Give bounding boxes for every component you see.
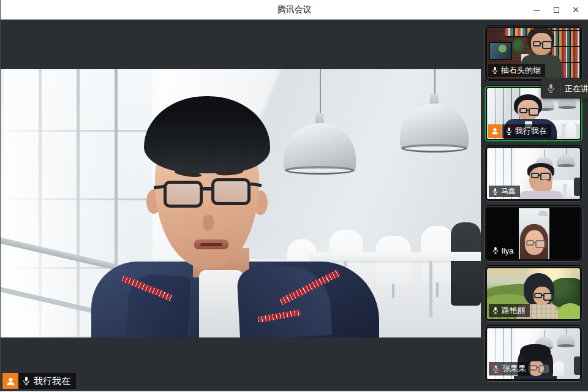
window-title: 腾讯会议 (277, 4, 312, 15)
participant-video: 张果果 (487, 328, 580, 379)
meeting-table (311, 252, 481, 261)
main-speaker-name-tag: 我行我在 (18, 373, 76, 389)
main-speaker-name: 我行我在 (34, 375, 70, 387)
speaking-indicator: 正在讲 (541, 78, 588, 99)
glasses (534, 293, 542, 298)
glasses (533, 41, 541, 47)
mic-on-icon (491, 66, 499, 75)
maximize-icon (554, 7, 559, 13)
close-icon: × (572, 3, 579, 17)
speaker-shirt-collar (199, 270, 243, 337)
participant-name: 张果果 (502, 363, 526, 374)
participant-name-tag: liya (489, 244, 518, 257)
mic-on-icon (492, 246, 499, 255)
participant-tile[interactable]: 马鑫 (484, 146, 582, 202)
person-icon (491, 127, 499, 135)
glasses (526, 240, 534, 246)
participant-name-tag: 张果果 (489, 362, 530, 375)
office-chair-dark (451, 222, 481, 306)
participant-name: 抽石头的烟 (501, 65, 541, 76)
minimize-icon: ─ (533, 5, 540, 15)
participant-video: 抽石头的烟 (487, 28, 580, 79)
participant-video: 马鑫 (487, 148, 580, 199)
minimize-button[interactable]: ─ (527, 0, 546, 20)
participant-name-tag: 抽石头的烟 (488, 64, 545, 77)
person-icon (6, 376, 16, 386)
pendant-lamp (538, 211, 548, 216)
participant-name: liya (502, 246, 514, 255)
participant-name: 我行我在 (515, 126, 547, 137)
participant-name-tag: 我行我在 (502, 124, 551, 138)
speaker-glasses (164, 177, 253, 209)
mic-on-icon (492, 187, 499, 195)
avatar-badge (488, 124, 502, 138)
mic-on-icon (492, 306, 499, 315)
participant-tile[interactable]: 路艳丽 (484, 266, 582, 322)
maximize-button[interactable] (546, 0, 566, 20)
divider (560, 83, 560, 94)
glasses (531, 173, 539, 178)
pendant-lamp (557, 154, 575, 166)
participant-name: 马鑫 (501, 186, 516, 197)
window-controls: ─ × (527, 0, 586, 20)
pendant-lamp (284, 69, 356, 175)
participant-name-tag: 马鑫 (489, 186, 520, 197)
mic-on-icon (505, 127, 513, 135)
participant-tile[interactable]: 抽石头的烟 (484, 26, 582, 81)
plant (513, 38, 524, 54)
mic-muted-icon (492, 364, 500, 374)
pendant-lamp (400, 69, 469, 153)
window-titlebar: 腾讯会议 ─ × (1, 0, 588, 20)
participant-tile[interactable]: 张果果 (484, 326, 582, 382)
speaking-indicator-text: 正在讲 (565, 83, 588, 94)
main-stage-video[interactable] (1, 69, 481, 337)
participant-video: 路艳丽 (487, 268, 580, 319)
glasses (519, 108, 527, 113)
participant-tile[interactable]: liya (484, 206, 582, 262)
mic-icon (546, 83, 556, 94)
monitor-screen (489, 42, 512, 60)
participant-name-tag: 路艳丽 (489, 304, 530, 317)
close-button[interactable]: × (566, 0, 586, 20)
pendant-lamp (557, 334, 575, 346)
participant-name: 路艳丽 (502, 305, 526, 316)
participant-video: liya (487, 208, 580, 259)
avatar-badge (2, 373, 18, 389)
mic-on-icon (22, 376, 31, 386)
meeting-window: 腾讯会议 ─ × (0, 0, 588, 392)
